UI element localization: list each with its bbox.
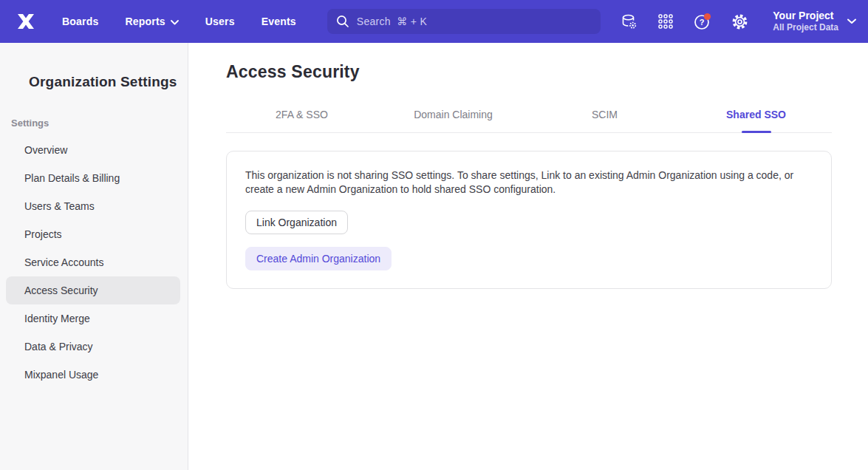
notification-badge: [704, 13, 711, 20]
shared-sso-actions: Link Organization Create Admin Organizat…: [245, 197, 813, 270]
tab-shared-sso-label: Shared SSO: [726, 109, 786, 120]
shared-sso-description: This organization is not sharing SSO set…: [245, 168, 811, 197]
top-navigation-bar: Boards Reports Users Events: [0, 0, 868, 43]
link-organization-button[interactable]: Link Organization: [245, 211, 348, 234]
sidebar-title: Organization Settings: [29, 74, 188, 90]
topnav-right-controls: ? Your Project All Project Data: [619, 10, 856, 34]
svg-text:?: ?: [700, 18, 705, 27]
sidebar-section-label: Settings: [11, 117, 188, 129]
chevron-down-icon: [171, 20, 179, 25]
sidebar-item-access-security[interactable]: Access Security: [6, 276, 180, 304]
project-selector[interactable]: Your Project All Project Data: [773, 10, 856, 34]
access-security-tabs: 2FA & SSO Domain Claiming SCIM Shared SS…: [226, 101, 832, 133]
apps-grid-icon[interactable]: [656, 12, 675, 31]
sidebar-item-service-accounts[interactable]: Service Accounts: [6, 248, 180, 276]
nav-item-users-label: Users: [205, 16, 235, 27]
project-name: Your Project: [773, 10, 833, 23]
sidebar-item-mixpanel-usage[interactable]: Mixpanel Usage: [6, 361, 180, 389]
tab-domain-claiming[interactable]: Domain Claiming: [377, 101, 529, 132]
gear-icon[interactable]: [730, 12, 749, 31]
project-scope: All Project Data: [773, 22, 838, 33]
chevron-down-icon: [847, 18, 856, 24]
sidebar-item-users-teams[interactable]: Users & Teams: [6, 192, 180, 220]
sidebar-item-identity-merge[interactable]: Identity Merge: [6, 304, 180, 333]
mixpanel-logo-icon[interactable]: [13, 10, 38, 33]
tab-scim[interactable]: SCIM: [529, 101, 680, 132]
shared-sso-card: This organization is not sharing SSO set…: [226, 151, 832, 289]
nav-item-reports-label: Reports: [125, 16, 165, 27]
primary-nav: Boards Reports Users Events: [62, 16, 296, 27]
tab-shared-sso[interactable]: Shared SSO: [680, 101, 832, 132]
main-content: Access Security 2FA & SSO Domain Claimin…: [189, 43, 868, 470]
create-admin-organization-button[interactable]: Create Admin Organization: [245, 247, 392, 270]
search-input[interactable]: [327, 9, 601, 34]
sidebar-item-projects[interactable]: Projects: [6, 220, 180, 248]
sidebar-item-data-privacy[interactable]: Data & Privacy: [6, 333, 180, 361]
nav-item-users[interactable]: Users: [205, 16, 235, 27]
tab-2fa-sso[interactable]: 2FA & SSO: [226, 101, 377, 132]
nav-item-boards[interactable]: Boards: [62, 16, 98, 27]
org-settings-sidebar: Organization Settings Settings Overview …: [0, 43, 188, 470]
nav-item-events[interactable]: Events: [262, 16, 296, 27]
sidebar-item-overview[interactable]: Overview: [6, 136, 180, 164]
nav-item-boards-label: Boards: [62, 16, 98, 27]
sidebar-item-plan-details-billing[interactable]: Plan Details & Billing: [6, 164, 180, 192]
nav-item-events-label: Events: [262, 16, 296, 27]
mixpanel-org-settings-page: Boards Reports Users Events: [0, 0, 868, 470]
sidebar-nav-list: Overview Plan Details & Billing Users & …: [0, 136, 188, 389]
help-icon[interactable]: ?: [693, 12, 712, 31]
project-selector-labels: Your Project All Project Data: [773, 10, 838, 34]
nav-item-reports[interactable]: Reports: [125, 16, 178, 27]
data-management-icon[interactable]: [619, 12, 638, 31]
page-title: Access Security: [226, 62, 868, 82]
global-search: [327, 9, 601, 34]
active-tab-underline: [742, 131, 771, 133]
